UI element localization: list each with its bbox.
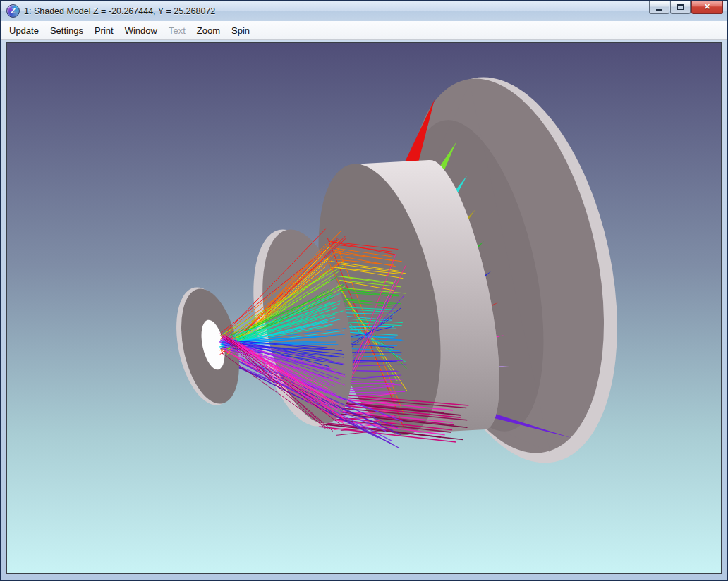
title-bar: Z 1: Shaded Model Z = -20.267444, Y = 25… — [1, 1, 727, 21]
menu-item-settings[interactable]: Settings — [44, 23, 89, 39]
menu-item-window[interactable]: Window — [119, 23, 163, 39]
window-controls: × — [649, 1, 723, 14]
menu-item-text: Text — [163, 23, 191, 39]
maximize-icon — [677, 4, 684, 10]
menu-item-update[interactable]: Update — [4, 23, 44, 39]
close-button[interactable]: × — [691, 1, 723, 14]
minimize-icon — [656, 9, 662, 11]
model-viewport[interactable] — [6, 42, 722, 574]
window-title: 1: Shaded Model Z = -20.267444, Y = 25.2… — [24, 6, 215, 16]
maximize-button[interactable] — [670, 1, 691, 14]
app-window: Z 1: Shaded Model Z = -20.267444, Y = 25… — [0, 0, 728, 581]
app-icon[interactable]: Z — [6, 4, 20, 18]
minimize-button[interactable] — [649, 1, 669, 14]
menu-item-spin[interactable]: Spin — [226, 23, 255, 39]
shaded-model-canvas — [7, 43, 721, 573]
menu-bar: Update Settings Print Window Text Zoom S… — [1, 21, 727, 40]
menu-item-print[interactable]: Print — [89, 23, 119, 39]
menu-item-zoom[interactable]: Zoom — [191, 23, 226, 39]
close-icon: × — [704, 1, 710, 11]
